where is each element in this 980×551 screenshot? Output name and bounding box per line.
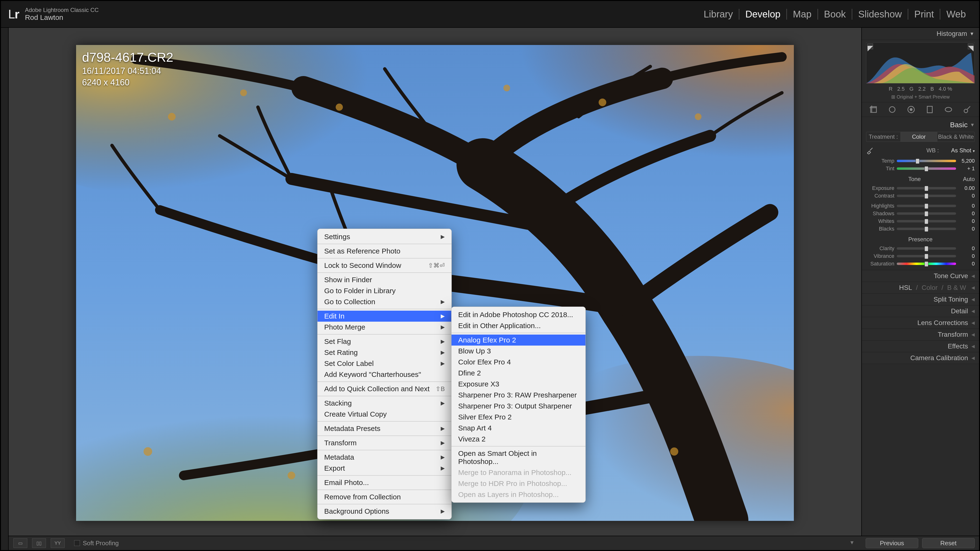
menu-item[interactable]: Dfine 2 <box>452 368 585 379</box>
survey-view-button[interactable]: YY <box>51 538 65 548</box>
module-map[interactable]: Map <box>787 9 818 20</box>
menu-item[interactable]: Sharpener Pro 3: RAW Presharpener <box>452 389 585 400</box>
histogram[interactable]: ◤ ◥ <box>866 42 975 83</box>
right-bottom-bar: Previous Reset <box>861 536 979 550</box>
eyedropper-icon[interactable] <box>866 147 874 154</box>
menu-item[interactable]: Photo Merge▶ <box>318 322 452 333</box>
menu-item[interactable]: Go to Folder in Library <box>318 285 452 296</box>
histogram-header[interactable]: Histogram ▼ <box>862 28 979 40</box>
menu-item[interactable]: Exposure X3 <box>452 379 585 389</box>
canvas-area[interactable]: d798-4617.CR2 16/11/2017 04:51:04 6240 x… <box>9 28 861 536</box>
editin-submenu[interactable]: Edit in Adobe Photoshop CC 2018...Edit i… <box>451 306 586 503</box>
camera-calibration-panel[interactable]: Camera Calibration◀ <box>862 352 979 364</box>
menu-item[interactable]: Settings▶ <box>318 231 452 242</box>
wb-value[interactable]: As Shot ▾ <box>943 147 975 154</box>
clip-shadows-icon[interactable]: ◤ <box>867 43 873 49</box>
filmstrip-toggle[interactable]: ▼ <box>850 540 856 547</box>
module-library[interactable]: Library <box>698 9 739 20</box>
menu-item[interactable]: Go to Collection▶ <box>318 296 452 307</box>
menu-item[interactable]: Edit in Other Application... <box>452 320 585 331</box>
transform-panel[interactable]: Transform◀ <box>862 329 979 341</box>
contrast-slider[interactable]: Contrast0 <box>866 192 975 200</box>
menu-item[interactable]: Sharpener Pro 3: Output Sharpener <box>452 400 585 411</box>
module-print[interactable]: Print <box>908 9 940 20</box>
menu-item[interactable]: Snap Art 4 <box>452 422 585 433</box>
detail-panel[interactable]: Detail◀ <box>862 305 979 317</box>
menu-item[interactable]: Color Efex Pro 4 <box>452 357 585 368</box>
clarity-slider[interactable]: Clarity0 <box>866 245 975 252</box>
menu-item[interactable]: Silver Efex Pro 2 <box>452 411 585 422</box>
menu-item[interactable]: Edit In▶ <box>318 311 452 322</box>
split-toning-panel[interactable]: Split Toning◀ <box>862 294 979 305</box>
treatment-color[interactable]: Color <box>900 132 937 141</box>
saturation-slider[interactable]: Saturation0 <box>866 260 975 268</box>
context-menu[interactable]: Settings▶Set as Reference PhotoLock to S… <box>317 229 452 519</box>
wb-label: WB : <box>876 147 943 154</box>
loupe-view-button[interactable]: ▭ <box>13 538 27 548</box>
radial-filter-icon[interactable] <box>943 104 954 115</box>
menu-item[interactable]: Metadata Presets▶ <box>318 423 452 434</box>
menu-item[interactable]: Set Flag▶ <box>318 336 452 347</box>
menu-item[interactable]: Background Options▶ <box>318 506 452 517</box>
menu-item[interactable]: Viveza 2 <box>452 433 585 445</box>
menu-item[interactable]: Metadata▶ <box>318 452 452 463</box>
lens-corrections-panel[interactable]: Lens Corrections◀ <box>862 317 979 329</box>
highlights-slider[interactable]: Highlights0 <box>866 202 975 210</box>
svg-point-8 <box>599 98 606 106</box>
menu-item[interactable]: Analog Efex Pro 2 <box>452 335 585 346</box>
treatment-bw[interactable]: Black & White <box>937 132 975 141</box>
left-panel-collapsed[interactable] <box>1 28 9 550</box>
basic-panel-header[interactable]: Basic▼ <box>866 119 975 132</box>
soft-proofing-toggle[interactable]: Soft Proofing <box>74 540 119 547</box>
compare-view-button[interactable]: ▯▯ <box>32 538 46 548</box>
svg-point-7 <box>503 85 510 91</box>
context-menu-wrap: Settings▶Set as Reference PhotoLock to S… <box>317 229 452 519</box>
menu-item[interactable]: Open as Smart Object in Photoshop... <box>452 448 585 467</box>
previous-button[interactable]: Previous <box>865 538 918 548</box>
clip-highlights-icon[interactable]: ◥ <box>968 43 974 49</box>
menu-item[interactable]: Set Rating▶ <box>318 347 452 358</box>
menu-item[interactable]: Set as Reference Photo <box>318 246 452 257</box>
effects-panel[interactable]: Effects◀ <box>862 341 979 352</box>
vibrance-slider[interactable]: Vibrance0 <box>866 252 975 260</box>
menu-item[interactable]: Blow Up 3 <box>452 346 585 357</box>
redeye-tool-icon[interactable] <box>905 104 916 115</box>
module-book[interactable]: Book <box>818 9 852 20</box>
soft-proofing-checkbox[interactable] <box>74 540 80 546</box>
blacks-slider[interactable]: Blacks0 <box>866 225 975 233</box>
reset-button[interactable]: Reset <box>922 538 975 548</box>
module-picker: LibraryDevelopMapBookSlideshowPrintWeb <box>698 9 972 20</box>
tint-slider[interactable]: Tint + 1 <box>866 165 975 172</box>
temp-slider[interactable]: Temp 5,200 <box>866 157 975 165</box>
module-slideshow[interactable]: Slideshow <box>852 9 908 20</box>
tone-curve-panel[interactable]: Tone Curve◀ <box>862 270 979 282</box>
menu-item: Merge to HDR Pro in Photoshop... <box>452 478 585 489</box>
menu-item[interactable]: Lock to Second Window⇧⌘⏎ <box>318 260 452 271</box>
module-web[interactable]: Web <box>940 9 972 20</box>
menu-item[interactable]: Remove from Collection <box>318 491 452 502</box>
menu-item[interactable]: Edit in Adobe Photoshop CC 2018... <box>452 309 585 320</box>
menu-item[interactable]: Add to Quick Collection and Next⇧B <box>318 383 452 394</box>
chevron-right-icon: ▶ <box>441 233 445 240</box>
menu-item[interactable]: Stacking▶ <box>318 398 452 409</box>
menu-item[interactable]: Export▶ <box>318 463 452 474</box>
menu-item[interactable]: Create Virtual Copy <box>318 409 452 420</box>
menu-separator <box>318 258 452 259</box>
menu-item[interactable]: Set Color Label▶ <box>318 358 452 369</box>
menu-item[interactable]: Show in Finder <box>318 274 452 285</box>
shadows-slider[interactable]: Shadows0 <box>866 210 975 218</box>
hsl-panel[interactable]: HSL/ Color/ B & W◀ <box>862 282 979 294</box>
exposure-slider[interactable]: Exposure0.00 <box>866 184 975 192</box>
module-develop[interactable]: Develop <box>739 9 787 20</box>
crop-tool-icon[interactable] <box>868 104 879 115</box>
adjustment-brush-icon[interactable] <box>962 104 973 115</box>
wb-row: WB : As Shot ▾ <box>866 145 975 157</box>
auto-tone-button[interactable]: Auto <box>963 176 975 183</box>
menu-item[interactable]: Transform▶ <box>318 437 452 448</box>
chevron-right-icon: ▶ <box>441 299 445 305</box>
whites-slider[interactable]: Whites0 <box>866 218 975 225</box>
menu-item[interactable]: Email Photo... <box>318 477 452 488</box>
graduated-filter-icon[interactable] <box>924 104 935 115</box>
menu-item[interactable]: Add Keyword "Charterhouses" <box>318 369 452 380</box>
spot-removal-icon[interactable] <box>887 104 898 115</box>
